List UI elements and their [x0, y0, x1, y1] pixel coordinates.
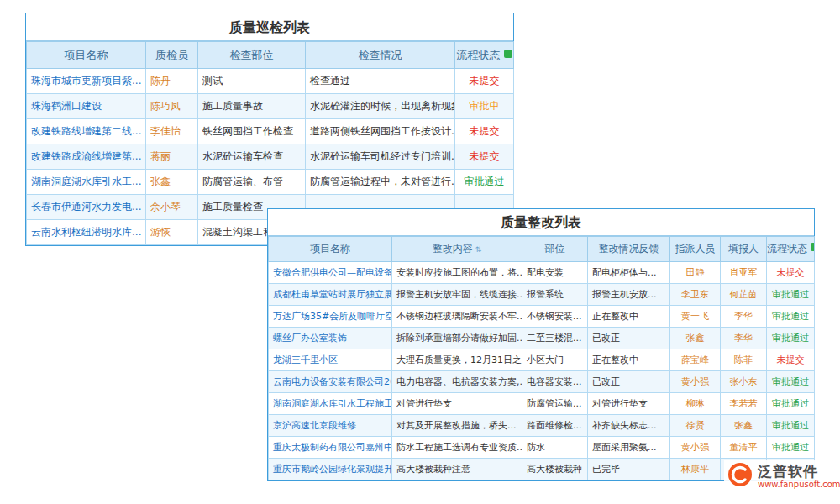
table-cell[interactable]: 珠海市城市更新项目紫...: [27, 69, 146, 94]
project-link[interactable]: 珠海市城市更新项目紫...: [31, 75, 141, 87]
person-name: 柳琳: [686, 398, 705, 409]
rectify-table-card: 质量整改列表 项目名称整改内容⇅部位整改情况反馈指派人员填报人流程状态安徽合肥供…: [267, 208, 815, 481]
cell-text: 已完毕: [592, 464, 620, 475]
table-cell: 陈菲: [721, 349, 767, 371]
project-link[interactable]: 湖南洞庭湖水库引水工程施工...: [273, 398, 392, 409]
table-cell[interactable]: 成都杜甫草堂站时展厅独立展...: [269, 284, 392, 306]
table-cell[interactable]: 湖南洞庭湖水库引水工程施工...: [269, 393, 392, 415]
sort-icon[interactable]: ⇅: [475, 245, 482, 254]
table-cell: 电力电容器、电抗器安装方案,...: [392, 371, 522, 393]
table-cell: 水泥砼运输车司机经过专门培训...: [306, 144, 455, 170]
project-link[interactable]: 重庆太极制药有限公司嘉州中...: [273, 442, 392, 453]
column-header[interactable]: 指派人员: [670, 237, 721, 262]
table-cell[interactable]: 重庆太极制药有限公司嘉州中...: [269, 437, 392, 459]
table-cell: 已完毕: [588, 459, 670, 480]
project-link[interactable]: 改建铁路线增建第二线...: [31, 125, 141, 137]
cell-text: 补齐缺失标志...: [592, 420, 657, 431]
table-cell[interactable]: 螺丝厂办公室装饰: [269, 328, 392, 349]
project-link[interactable]: 云南电力设备安装有限公司20...: [273, 376, 392, 387]
table-cell: 未提交: [455, 69, 514, 94]
table-row[interactable]: 万达广场35#会所及咖啡厅空...不锈钢边框玻璃隔断安装不牢...不锈钢安装..…: [269, 306, 815, 328]
project-link[interactable]: 珠海鹤洲口建设: [31, 100, 102, 112]
table-row[interactable]: 湖南洞庭湖水库引水工程施工...对管进行垫支防腐管运输...对管进行垫支柳琳李若…: [269, 393, 815, 415]
project-link[interactable]: 京沪高速北京段维修: [273, 420, 356, 431]
project-link[interactable]: 长春市伊通河水力发电...: [31, 201, 141, 213]
logo-site-url[interactable]: www.fanpusoft.com: [758, 480, 840, 489]
column-header[interactable]: 质检员: [146, 42, 198, 69]
cell-text: 测试: [202, 75, 223, 87]
table-cell[interactable]: 改建铁路线增建第二线...: [27, 119, 146, 144]
column-header[interactable]: 整改内容⇅: [392, 237, 522, 262]
cell-text: 不锈钢安装...: [527, 311, 582, 322]
table-cell: 未提交: [455, 144, 514, 170]
table-cell[interactable]: 京沪高速北京段维修: [269, 415, 392, 437]
table-cell: 李华: [721, 328, 767, 349]
project-link[interactable]: 湖南洞庭湖水库引水工...: [31, 176, 141, 187]
table-row[interactable]: 珠海市城市更新项目紫...陈丹测试检查通过未提交: [27, 69, 514, 94]
project-link[interactable]: 螺丝厂办公室装饰: [273, 333, 347, 344]
table-cell: 防水: [522, 437, 588, 459]
table-row[interactable]: 京沪高速北京段维修对其及开展整改措施，桥头...路面维修检...补齐缺失标志..…: [269, 415, 815, 437]
column-header[interactable]: 检查情况: [306, 42, 455, 69]
person-name: 张小东: [730, 376, 758, 387]
person-name: 黄一飞: [681, 311, 709, 322]
column-header[interactable]: 检查部位: [198, 42, 306, 69]
column-header[interactable]: 填报人: [721, 237, 767, 262]
export-icon[interactable]: [504, 50, 512, 58]
table-row[interactable]: 重庆太极制药有限公司嘉州中...防水工程施工选调有专业资质...防水屋面采用聚氨…: [269, 437, 815, 459]
project-link[interactable]: 云南水利枢纽潜明水库...: [31, 226, 141, 238]
column-header[interactable]: 项目名称: [27, 42, 146, 69]
table-row[interactable]: 成都杜甫草堂站时展厅独立展...报警主机安放牢固，线缆连接...报警系统报警主机…: [269, 284, 815, 306]
column-header-label: 整改内容: [433, 243, 473, 255]
table-cell: 张鑫: [146, 170, 198, 195]
table-row[interactable]: 珠海鹤洲口建设陈巧凤施工质量事故水泥砼灌注的时候，出现离析现象审批中: [27, 94, 514, 119]
column-header[interactable]: 流程状态: [767, 237, 815, 262]
table-row[interactable]: 云南电力设备安装有限公司20...电力电容器、电抗器安装方案,...电容器安装.…: [269, 371, 815, 393]
column-header[interactable]: 整改情况反馈: [588, 237, 670, 262]
person-name: 蒋丽: [150, 150, 171, 162]
table-cell: 审批通过: [767, 306, 815, 328]
table-cell: 审批通过: [767, 393, 815, 415]
table-cell: 测试: [198, 69, 306, 94]
table-row[interactable]: 安徽合肥供电公司—配电设备...安装时应按施工图的布置，将...配电安装配电柜柜…: [269, 262, 815, 284]
table-cell: 报警主机安放...: [588, 284, 670, 306]
cell-text: 水泥砼灌注的时候，出现离析现象: [310, 100, 455, 112]
cell-text: 配电安装: [527, 267, 564, 278]
table-row[interactable]: 螺丝厂办公室装饰拆除到承重墙部分请做好加固...二至三楼混...已改正张鑫李华审…: [269, 328, 815, 349]
table-cell[interactable]: 云南电力设备安装有限公司20...: [269, 371, 392, 393]
table-cell[interactable]: 云南水利枢纽潜明水库...: [27, 220, 146, 245]
table-cell: 张鑫: [670, 328, 721, 349]
project-link[interactable]: 万达广场35#会所及咖啡厅空...: [273, 311, 392, 322]
table-cell[interactable]: 龙湖三千里小区: [269, 349, 392, 371]
column-header[interactable]: 流程状态: [455, 42, 514, 69]
column-header-label: 指派人员: [675, 243, 716, 255]
export-icon[interactable]: [811, 243, 815, 251]
table-cell[interactable]: 重庆市鹅岭公园绿化景观提升...: [269, 459, 392, 480]
table-cell[interactable]: 珠海鹤洲口建设: [27, 94, 146, 119]
project-link[interactable]: 安徽合肥供电公司—配电设备...: [273, 267, 392, 278]
table-cell[interactable]: 湖南洞庭湖水库引水工...: [27, 170, 146, 195]
person-name: 张鑫: [734, 420, 753, 431]
project-link[interactable]: 龙湖三千里小区: [273, 354, 338, 365]
project-link[interactable]: 重庆市鹅岭公园绿化景观提升...: [273, 464, 392, 475]
status-text: 未提交: [470, 150, 500, 162]
table-cell[interactable]: 长春市伊通河水力发电...: [27, 195, 146, 220]
column-header[interactable]: 部位: [522, 237, 588, 262]
table-cell: 不锈钢安装...: [522, 306, 588, 328]
table-row[interactable]: 改建铁路线增建第二线...李佳怡铁丝网围挡工作检查道路两侧铁丝网围挡工作按设计.…: [27, 119, 514, 144]
table-cell: 正在整改中: [588, 349, 670, 371]
column-header[interactable]: 项目名称: [269, 237, 392, 262]
project-link[interactable]: 改建铁路成渝线增建第...: [31, 150, 141, 162]
table-cell: 报警主机安放牢固，线缆连接...: [392, 284, 522, 306]
table-row[interactable]: 改建铁路成渝线增建第...蒋丽水泥砼运输车检查水泥砼运输车司机经过专门培训...…: [27, 144, 514, 170]
table-row[interactable]: 龙湖三千里小区大理石质量更换，12月31日之...小区大门正在整改中薛宝峰陈菲未…: [269, 349, 815, 371]
table-cell[interactable]: 万达广场35#会所及咖啡厅空...: [269, 306, 392, 328]
fanpu-logo-icon: [727, 462, 753, 491]
project-link[interactable]: 成都杜甫草堂站时展厅独立展...: [273, 289, 392, 300]
table-row[interactable]: 湖南洞庭湖水库引水工...张鑫防腐管运输、布管防腐管运输过程中，未对管进行...…: [27, 170, 514, 195]
table-cell: 铁丝网围挡工作检查: [198, 119, 306, 144]
table-cell[interactable]: 安徽合肥供电公司—配电设备...: [269, 262, 392, 284]
table-cell[interactable]: 改建铁路成渝线增建第...: [27, 144, 146, 170]
cell-text: 防水: [527, 442, 545, 453]
column-header-label: 质检员: [155, 49, 188, 61]
